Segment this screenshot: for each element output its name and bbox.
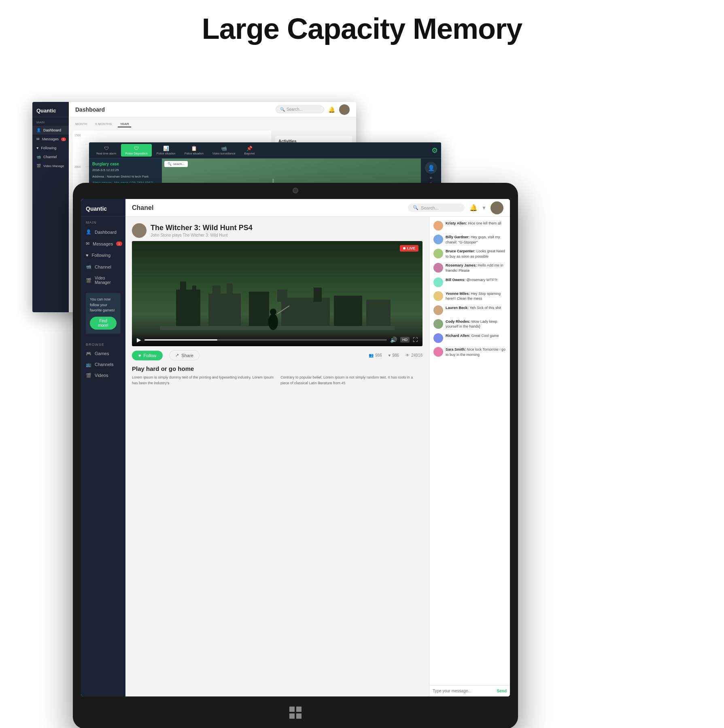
dash-sidebar: Quantic Main 👤 Dashboard ✉ Messages 1 ♥ … (32, 102, 69, 312)
dash-nav-messages[interactable]: ✉ Messages 1 (32, 135, 69, 144)
svg-rect-30 (296, 707, 301, 712)
screenshots-container: Quantic Main 👤 Dashboard ✉ Messages 1 ♥ … (0, 53, 724, 721)
tablet-search[interactable]: 🔍 Search... (408, 203, 465, 212)
svg-rect-15 (192, 286, 196, 294)
chat-msg-2: Billy Gardner: Hey guys, visit my chanel… (433, 235, 506, 245)
chat-send-btn[interactable]: Send (497, 689, 507, 693)
tablet-main: Chanel 🔍 Search... 🔔 ▼ (125, 199, 510, 696)
play-btn[interactable]: ▶ (137, 336, 141, 343)
article-title: The Witcher 3: Wild Hunt PS4 (151, 224, 253, 232)
tablet-nav-video[interactable]: 🎬 Video Manager (81, 273, 125, 288)
dash-nav-dashboard[interactable]: 👤 Dashboard (32, 126, 69, 135)
tablet-nav-messages[interactable]: ✉ Messages 1 (81, 238, 125, 250)
period-year[interactable]: YEAR (118, 121, 132, 127)
chat-avatar-2 (433, 235, 443, 244)
police-right-avatar: 👤 (425, 162, 437, 174)
tablet-chat: Kristy Allen: Hice one kill them all Bil… (429, 217, 510, 696)
police-tab-situation2[interactable]: 📋 Police situation (180, 144, 208, 157)
chat-avatar-1 (433, 221, 443, 231)
dash-header-icons: 🔔 (328, 104, 350, 115)
user-avatar (339, 104, 350, 115)
police-tab-realtime[interactable]: 🛡 Real-time alarm (92, 144, 120, 157)
video-progress[interactable] (144, 339, 387, 341)
dash-logo: Quantic (32, 102, 69, 117)
dash-nav-channel[interactable]: 📹 Channel (32, 152, 69, 161)
case-title: Burglary case (92, 162, 159, 166)
police-tab-video[interactable]: 📹 Video surveillance (208, 144, 240, 157)
chat-msg-10: Sara Smith: Nice lock Tomorrow i go to b… (433, 347, 506, 357)
chat-input[interactable] (433, 689, 495, 693)
tablet-content: The Witcher 3: Wild Hunt PS4 John Stone … (125, 217, 510, 696)
share-btn[interactable]: ↗ Share (169, 350, 199, 360)
tablet-inner: Quantic Main 👤 Dashboard ✉ Messages 1 ♥ … (81, 199, 510, 696)
svg-rect-22 (314, 288, 322, 302)
chat-input-area: Send (429, 685, 510, 696)
police-search-bar[interactable]: 🔍 seach... (164, 161, 188, 167)
tablet-main-section: Main (81, 216, 125, 226)
police-tab-bayonet[interactable]: 📌 Bayonet (240, 144, 259, 157)
tablet-browse-games[interactable]: 🎮 Games (81, 348, 125, 359)
chat-messages: Kristy Allen: Hice one kill them all Bil… (429, 217, 510, 685)
author-row: The Witcher 3: Wild Hunt PS4 John Stone … (132, 223, 423, 238)
tablet-nav-channel[interactable]: 📹 Channel (81, 261, 125, 273)
tablet-device: Quantic Main 👤 Dashboard ✉ Messages 1 ♥ … (73, 183, 518, 728)
tablet-follow-box: You can now follow your favorite games! … (86, 293, 121, 334)
period-6months[interactable]: 6 MONTHS (93, 121, 114, 127)
dash-nav-following[interactable]: ♥ Following (32, 144, 69, 152)
tablet-browse-section: Browse (81, 339, 125, 348)
police-tab-disposition[interactable]: 🛡 Police Disposition (121, 144, 151, 157)
chat-msg-1: Kristy Allen: Hice one kill them all (433, 221, 506, 231)
tablet-chevron-icon[interactable]: ▼ (482, 205, 486, 211)
chat-avatar-4 (433, 263, 443, 273)
tablet-home-btn[interactable] (285, 705, 306, 721)
tablet-browse-channels[interactable]: 📺 Channels (81, 359, 125, 370)
tablet-user-avatar (490, 201, 503, 214)
svg-rect-19 (249, 292, 269, 330)
dash-nav-video[interactable]: 🎬 Video Manage (32, 161, 69, 170)
dash-title: Dashboard (75, 106, 276, 113)
svg-rect-17 (212, 286, 221, 298)
tablet-browse-videos[interactable]: 🎬 Videos (81, 370, 125, 381)
chat-msg-9: Richard Allen: Great Cool game (433, 333, 506, 343)
tablet-nav-dashboard[interactable]: 👤 Dashboard (81, 226, 125, 238)
live-badge: LIVE (400, 245, 418, 252)
tablet-article: The Witcher 3: Wild Hunt PS4 John Stone … (125, 217, 429, 696)
video-progress-fill (144, 339, 217, 341)
video-controls[interactable]: ▶ 🔊 HD ⛶ (132, 333, 423, 346)
dash-header: Dashboard 🔍 Search... 🔔 (69, 102, 356, 117)
chat-avatar-3 (433, 249, 443, 258)
page-title: Large Capacity Memory (0, 0, 724, 45)
video-player: LIVE ▶ 🔊 HD ⛶ (132, 241, 423, 346)
chat-msg-7: Lauren Beck: Yeh Sick of this shit (433, 305, 506, 315)
fullscreen-icon[interactable]: ⛶ (413, 337, 418, 343)
police-tab-situation1[interactable]: 📊 Police situation (153, 144, 180, 157)
chat-avatar-8 (433, 319, 443, 329)
notification-icon[interactable]: 🔔 (328, 106, 335, 113)
svg-rect-32 (296, 713, 301, 719)
author-avatar (132, 223, 146, 238)
chat-msg-5: Bill Owens: @rosemary WTF?! (433, 277, 506, 287)
settings-icon[interactable]: ⚙ (431, 146, 438, 155)
tablet-notification-icon[interactable]: 🔔 (469, 204, 478, 212)
tablet-screen: Quantic Main 👤 Dashboard ✉ Messages 1 ♥ … (81, 199, 510, 696)
svg-rect-20 (281, 298, 330, 330)
chat-avatar-7 (433, 305, 443, 315)
chat-msg-4: Rosemary James: Hello Add me in friends!… (433, 263, 506, 273)
period-month[interactable]: MONTH (73, 121, 89, 127)
svg-rect-23 (334, 296, 362, 330)
stat-likes: ♥ 986 (389, 353, 399, 358)
chat-avatar-10 (433, 347, 443, 357)
volume-icon[interactable]: 🔊 (390, 336, 397, 343)
hd-badge: HD (400, 337, 410, 343)
svg-rect-16 (208, 294, 241, 330)
article-body-text: Lorem Ipsum is simply dummy text of the … (132, 375, 423, 386)
tablet-nav-following[interactable]: ♥ Following (81, 250, 125, 261)
follow-btn[interactable]: ♥ Follow (132, 351, 163, 360)
svg-rect-13 (176, 290, 200, 330)
tablet-header-icons: 🔔 ▼ (469, 201, 503, 214)
article-actions: ♥ Follow ↗ Share 👥 (132, 350, 423, 360)
tablet-header: Chanel 🔍 Search... 🔔 ▼ (125, 199, 510, 217)
find-more-btn[interactable]: Find more! (90, 317, 117, 330)
dash-search[interactable]: 🔍 Search... (276, 106, 324, 113)
chat-msg-3: Bruce Carpenter: Looks great Need to buy… (433, 249, 506, 259)
